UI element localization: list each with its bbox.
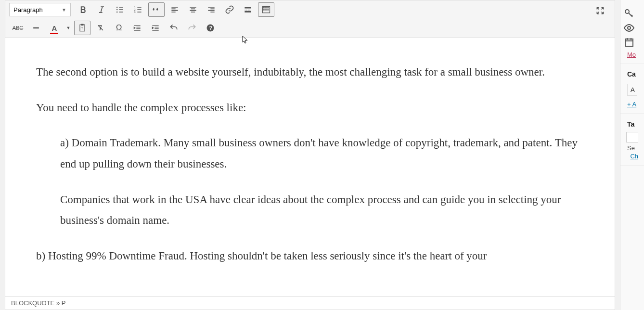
separate-text: Se <box>623 144 641 152</box>
blockquote-button[interactable] <box>148 2 165 17</box>
text-color-button[interactable]: A <box>46 21 63 35</box>
toolbar-row-2: ABC A ▼ T Ω ? <box>5 19 615 37</box>
format-label: Paragraph <box>13 6 43 13</box>
editor-container: Paragraph ▼ 123 ABC A ▼ T Ω <box>5 0 615 310</box>
categories-label: Ca <box>623 68 641 80</box>
align-center-button[interactable] <box>185 2 201 17</box>
svg-rect-22 <box>625 39 633 46</box>
category-item[interactable]: A <box>627 84 637 96</box>
special-character-button[interactable]: Ω <box>111 21 127 35</box>
align-left-button[interactable] <box>167 2 183 17</box>
svg-rect-9 <box>263 7 265 9</box>
svg-point-0 <box>116 7 118 8</box>
chevron-down-icon: ▼ <box>62 7 66 13</box>
toolbar-row-1: Paragraph ▼ 123 <box>5 0 615 19</box>
content-paragraph: a) Domain Trademark. Many small business… <box>60 132 584 174</box>
read-more-button[interactable] <box>240 2 256 17</box>
bullet-list-button[interactable] <box>112 2 128 17</box>
tags-label: Ta <box>623 118 641 130</box>
choose-link[interactable]: Ch <box>626 153 638 160</box>
svg-rect-14 <box>268 9 269 11</box>
svg-rect-12 <box>263 9 265 11</box>
tag-input[interactable] <box>626 132 638 142</box>
svg-rect-16 <box>81 24 84 26</box>
svg-rect-13 <box>265 9 267 11</box>
sidebar-section-publish: Mo <box>620 0 644 64</box>
help-button[interactable]: ? <box>202 21 219 35</box>
key-icon <box>623 8 635 19</box>
svg-point-20 <box>625 10 629 13</box>
align-right-button[interactable] <box>203 2 219 17</box>
content-paragraph: You need to handle the complex processes… <box>36 97 584 118</box>
add-category-link[interactable]: + A <box>623 101 636 108</box>
editor-content[interactable]: The second option is to build a website … <box>5 38 615 293</box>
sidebar-section-tags: Ta Se Ch <box>620 114 644 166</box>
italic-button[interactable] <box>93 2 110 17</box>
color-bar <box>50 33 58 34</box>
eye-icon <box>623 22 635 34</box>
right-sidebar: Mo Ca A + A Ta Se Ch <box>620 0 644 310</box>
numbered-list-button[interactable]: 123 <box>130 2 146 17</box>
svg-text:3: 3 <box>134 11 136 13</box>
svg-rect-6 <box>245 7 251 8</box>
clear-formatting-button[interactable] <box>92 21 109 35</box>
content-paragraph: Companies that work in the USA have clea… <box>60 189 584 231</box>
svg-point-2 <box>116 12 118 13</box>
svg-text:?: ? <box>209 25 213 31</box>
horizontal-rule-button[interactable] <box>28 21 44 35</box>
content-paragraph: The second option is to build a website … <box>36 62 584 83</box>
toolbar-toggle-button[interactable] <box>258 2 274 17</box>
svg-point-1 <box>116 9 118 11</box>
svg-rect-11 <box>268 7 269 9</box>
link-button[interactable] <box>221 2 238 17</box>
svg-rect-7 <box>245 11 251 13</box>
undo-button[interactable] <box>166 21 182 35</box>
strikethrough-button[interactable]: ABC <box>10 21 26 35</box>
toolbar: Paragraph ▼ 123 ABC A ▼ T Ω <box>5 0 615 38</box>
outdent-button[interactable] <box>129 21 145 35</box>
format-dropdown[interactable]: Paragraph ▼ <box>9 3 71 16</box>
redo-button[interactable] <box>184 21 200 35</box>
indent-button[interactable] <box>147 21 164 35</box>
content-paragraph: b) Hosting 99% Downtime Fraud. Hosting s… <box>36 245 584 267</box>
svg-point-21 <box>628 26 631 29</box>
bold-button[interactable] <box>75 2 91 17</box>
calendar-icon <box>623 37 635 48</box>
svg-rect-10 <box>265 7 267 9</box>
paste-text-button[interactable]: T <box>74 21 90 35</box>
sidebar-more-link[interactable]: Mo <box>623 51 641 58</box>
text-color-dropdown[interactable]: ▼ <box>64 21 72 35</box>
sidebar-section-categories: Ca A + A <box>620 64 644 114</box>
svg-text:T: T <box>81 26 83 30</box>
status-bar: BLOCKQUOTE » P <box>5 296 615 310</box>
fullscreen-button[interactable] <box>592 3 608 18</box>
element-path[interactable]: BLOCKQUOTE » P <box>11 299 65 307</box>
